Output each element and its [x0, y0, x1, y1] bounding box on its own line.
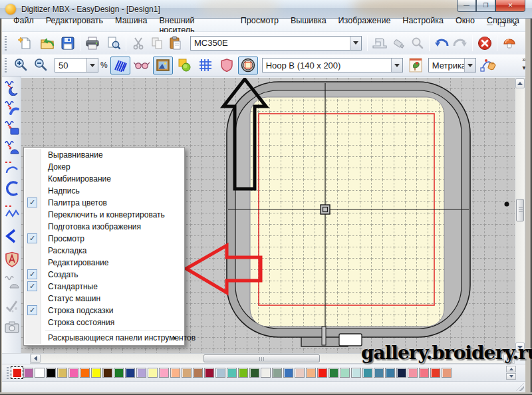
vertical-scroll-thumb[interactable] — [516, 199, 524, 221]
hoop-select-combo[interactable]: Hoop B (140 x 200) — [262, 58, 403, 72]
tool-digitize-block[interactable] — [4, 120, 20, 136]
vertical-scrollbar[interactable] — [515, 78, 525, 353]
color-swatch[interactable] — [23, 368, 33, 378]
color-swatch[interactable] — [102, 368, 112, 378]
palette-spin-up-button[interactable] — [506, 366, 516, 372]
tool-digitize-open-shape[interactable] — [4, 80, 20, 96]
toolbar-grip[interactable] — [5, 58, 7, 72]
tool-stitch-edit[interactable] — [4, 275, 20, 291]
context-menu-item[interactable]: Раскладка — [25, 245, 183, 257]
color-swatch[interactable] — [385, 368, 395, 378]
scroll-up-button[interactable] — [515, 78, 525, 88]
glasses-view-toggle[interactable] — [132, 57, 152, 74]
color-swatch[interactable] — [442, 368, 452, 378]
context-menu-item[interactable]: ✓Палитра цветов — [25, 197, 183, 209]
context-menu-item[interactable]: Надпись — [25, 185, 183, 197]
color-swatch[interactable] — [295, 368, 305, 378]
color-swatch[interactable] — [351, 368, 361, 378]
color-swatch[interactable] — [396, 368, 406, 378]
context-menu-item[interactable]: Строка состояния — [25, 317, 183, 329]
save-design-button[interactable] — [59, 34, 77, 53]
color-swatch[interactable] — [68, 368, 78, 378]
cut-button[interactable] — [129, 34, 148, 53]
color-swatch[interactable] — [329, 368, 338, 378]
color-swatch[interactable] — [362, 368, 372, 378]
show-stitches-toggle[interactable] — [110, 57, 130, 74]
print-button[interactable] — [83, 34, 102, 53]
color-swatch[interactable] — [125, 368, 135, 378]
color-swatch[interactable] — [182, 368, 192, 378]
mushroom-button[interactable] — [500, 34, 519, 53]
color-swatch[interactable] — [170, 368, 180, 378]
combo-drop-button[interactable] — [391, 59, 402, 72]
color-swatch[interactable] — [193, 368, 203, 378]
context-menu-item[interactable]: Статус машин — [25, 293, 183, 305]
show-picture-toggle[interactable] — [153, 57, 173, 74]
zoom-in-button[interactable] — [11, 57, 31, 74]
color-swatch[interactable] — [238, 368, 248, 378]
zoom-level-combo[interactable]: 50 — [55, 58, 98, 72]
color-swatch[interactable] — [306, 368, 316, 378]
reshape-button[interactable] — [479, 57, 499, 74]
color-swatch[interactable] — [215, 368, 225, 378]
context-menu-item[interactable]: Переключить и конвертировать — [25, 209, 183, 221]
color-swatch[interactable] — [249, 368, 259, 378]
context-menu-item[interactable]: Докер — [25, 161, 183, 173]
color-swatch[interactable] — [136, 368, 146, 378]
mdi-restore-button[interactable]: ❐ — [497, 21, 507, 30]
color-swatch[interactable] — [12, 368, 22, 378]
toolbar-grip[interactable] — [7, 367, 9, 379]
zoom-out-button[interactable] — [31, 57, 51, 74]
color-swatch[interactable] — [46, 368, 56, 378]
context-menu-item[interactable]: ✓Создать — [25, 269, 183, 281]
tool-circle[interactable] — [4, 180, 20, 196]
mdi-close-button[interactable]: ✕ — [510, 21, 520, 30]
combo-drop-button[interactable] — [350, 37, 361, 50]
print-preview-button[interactable] — [104, 34, 123, 53]
close-button[interactable]: ✕ — [495, 0, 525, 12]
combo-drop-button[interactable] — [86, 59, 98, 72]
tool-auto-digitize[interactable] — [4, 320, 20, 336]
show-objects-toggle[interactable] — [174, 57, 194, 74]
tool-line[interactable] — [4, 228, 20, 244]
open-design-button[interactable] — [39, 34, 57, 53]
mdi-minimize-button[interactable]: — — [485, 21, 495, 30]
color-swatch[interactable] — [374, 368, 384, 378]
tool-zigzag[interactable] — [4, 203, 20, 219]
color-swatch[interactable] — [408, 368, 418, 378]
palette-spin-down-button[interactable] — [506, 373, 516, 380]
scroll-left-button[interactable] — [31, 354, 41, 363]
tool-arc[interactable] — [4, 160, 20, 176]
resize-grip[interactable] — [516, 383, 524, 391]
horizontal-scroll-thumb[interactable] — [203, 354, 320, 362]
color-swatch[interactable] — [227, 368, 237, 378]
context-menu-item[interactable]: Подготовка изображения — [25, 221, 183, 233]
tool-digitize-fill[interactable] — [4, 140, 20, 156]
machine-button[interactable] — [370, 34, 389, 53]
copy-button[interactable] — [148, 34, 166, 53]
tool-digitize-closed-shape[interactable] — [4, 100, 20, 116]
context-menu-item[interactable]: Редактирование — [25, 257, 183, 269]
context-menu-item[interactable]: ✓Просмотр — [25, 233, 183, 245]
stop-button[interactable] — [475, 34, 494, 53]
color-swatch[interactable] — [204, 368, 214, 378]
context-menu-item[interactable]: ✓Стандартные — [25, 281, 183, 293]
color-swatch[interactable] — [317, 368, 327, 378]
color-swatch[interactable] — [148, 368, 158, 378]
paste-button[interactable] — [166, 34, 185, 53]
write-to-machine-button[interactable] — [389, 34, 408, 53]
show-safe-area-toggle[interactable] — [217, 57, 237, 74]
hoop-template-button[interactable] — [406, 57, 426, 74]
show-grid-toggle[interactable] — [196, 57, 215, 74]
context-menu-item[interactable]: ✓Строка подсказки — [25, 305, 183, 317]
color-swatch[interactable] — [419, 368, 429, 378]
context-menu-item[interactable]: Выравнивание — [25, 149, 183, 161]
design-zoom-button[interactable] — [408, 34, 426, 53]
context-menu-item[interactable]: Комбинирование — [25, 173, 183, 185]
restore-button[interactable]: ❐ — [476, 0, 495, 12]
color-swatch[interactable] — [283, 368, 293, 378]
undo-button[interactable] — [432, 34, 451, 53]
color-swatch[interactable] — [80, 368, 90, 378]
tool-branching[interactable] — [4, 298, 20, 314]
color-swatch[interactable] — [114, 368, 124, 378]
